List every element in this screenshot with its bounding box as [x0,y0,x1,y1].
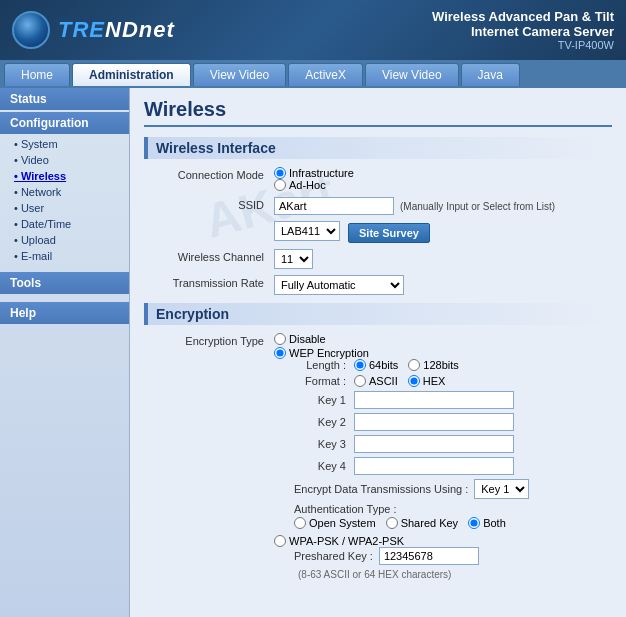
sidebar-item-network[interactable]: • Network [0,184,129,200]
sidebar-item-email[interactable]: • E-mail [0,248,129,264]
radio-disable-label: Disable [289,333,326,345]
radio-open-system-input[interactable] [294,517,306,529]
radio-64bits-input[interactable] [354,359,366,371]
product-info: Wireless Advanced Pan & Tilt Internet Ca… [432,9,614,51]
ssid-label: SSID [144,197,274,211]
tab-java[interactable]: Java [461,63,520,86]
radio-wpa[interactable]: WPA-PSK / WPA2-PSK [274,535,612,547]
radio-adhoc[interactable]: Ad-Hoc [274,179,326,191]
connection-mode-controls: Infrastructure Ad-Hoc [274,167,612,191]
enc-type-controls: Disable WEP Encryption Length : [274,333,612,584]
key4-row: Key 4 [294,457,612,475]
page-title: Wireless [144,98,612,127]
connection-mode-group: Infrastructure [274,167,612,179]
radio-ascii-label: ASCII [369,375,398,387]
radio-wpa-input[interactable] [274,535,286,547]
radio-infrastructure[interactable]: Infrastructure [274,167,354,179]
key1-input[interactable] [354,391,514,409]
form-content: Wireless Wireless Interface Connection M… [144,98,612,584]
channel-label: Wireless Channel [144,249,274,263]
radio-128bits[interactable]: 128bits [408,359,458,371]
psk-row: Preshared Key : [294,547,612,565]
tab-viewvideo1[interactable]: View Video [193,63,287,86]
connection-mode-label: Connection Mode [144,167,274,181]
channel-select[interactable]: 11 1234 5678 9101213 [274,249,313,269]
radio-shared-key[interactable]: Shared Key [386,517,458,529]
radio-wep[interactable]: WEP Encryption [274,347,612,359]
product-subtitle: Internet Camera Server [432,24,614,39]
tab-viewvideo2[interactable]: View Video [365,63,459,86]
logo-area: TRENDnet [12,11,175,49]
sidebar-item-upload[interactable]: • Upload [0,232,129,248]
radio-open-system[interactable]: Open System [294,517,376,529]
tx-rate-select[interactable]: Fully Automatic 1 Mbps2 Mbps5.5 Mbps 11 … [274,275,404,295]
tab-home[interactable]: Home [4,63,70,86]
channel-controls: 11 1234 5678 9101213 [274,249,612,269]
ssid-input[interactable] [274,197,394,215]
sidebar-item-system[interactable]: • System [0,136,129,152]
radio-disable[interactable]: Disable [274,333,612,345]
sidebar-status[interactable]: Status [0,88,129,110]
auth-type-row: Authentication Type : Open System [294,503,612,529]
enc-data-row: Encrypt Data Transmissions Using : Key 1… [294,479,612,499]
length-group: 64bits 128bits [354,359,459,371]
auth-type-label: Authentication Type : [294,503,612,515]
psk-input[interactable] [379,547,479,565]
radio-disable-input[interactable] [274,333,286,345]
format-label: Format : [294,375,354,387]
sidebar-tools[interactable]: Tools [0,272,129,294]
sidebar-config: Configuration [0,112,129,134]
length-row: Length : 64bits 128bits [294,359,612,371]
site-survey-button[interactable]: Site Survey [348,223,430,243]
radio-wep-input[interactable] [274,347,286,359]
key2-input[interactable] [354,413,514,431]
radio-shared-key-input[interactable] [386,517,398,529]
key4-input[interactable] [354,457,514,475]
sidebar-item-video[interactable]: • Video [0,152,129,168]
sidebar-item-user[interactable]: • User [0,200,129,216]
enc-type-row: Encryption Type Disable WEP Encryption [144,333,612,584]
ssid-dropdown[interactable]: LAB411 [274,221,340,241]
radio-infrastructure-label: Infrastructure [289,167,354,179]
radio-hex[interactable]: HEX [408,375,446,387]
tab-activex[interactable]: ActiveX [288,63,363,86]
main-layout: Status Configuration • System • Video • … [0,88,626,617]
radio-64bits-label: 64bits [369,359,398,371]
connection-mode-row: Connection Mode Infrastructure Ad-Hoc [144,167,612,191]
radio-both[interactable]: Both [468,517,506,529]
header: TRENDnet Wireless Advanced Pan & Tilt In… [0,0,626,60]
key1-label: Key 1 [294,394,354,406]
enc-data-select[interactable]: Key 1Key 2Key 3Key 4 [474,479,529,499]
logo-text: TRENDnet [58,17,175,43]
radio-shared-key-label: Shared Key [401,517,458,529]
ssid-row: SSID (Manually Input or Select from List… [144,197,612,243]
key4-label: Key 4 [294,460,354,472]
radio-infrastructure-input[interactable] [274,167,286,179]
product-model: TV-IP400W [432,39,614,51]
sidebar-item-wireless[interactable]: • Wireless [0,168,129,184]
key3-label: Key 3 [294,438,354,450]
radio-hex-input[interactable] [408,375,420,387]
key3-row: Key 3 [294,435,612,453]
content-area: AKart Wireless Wireless Interface Connec… [130,88,626,617]
sidebar-help[interactable]: Help [0,302,129,324]
tx-rate-label: Transmission Rate [144,275,274,289]
radio-128bits-input[interactable] [408,359,420,371]
radio-both-label: Both [483,517,506,529]
key1-row: Key 1 [294,391,612,409]
radio-ascii-input[interactable] [354,375,366,387]
radio-wep-label: WEP Encryption [289,347,369,359]
connection-mode-group2: Ad-Hoc [274,179,612,191]
nav-tabs: Home Administration View Video ActiveX V… [0,60,626,88]
radio-both-input[interactable] [468,517,480,529]
enc-data-label: Encrypt Data Transmissions Using : [294,483,468,495]
radio-64bits[interactable]: 64bits [354,359,398,371]
tab-administration[interactable]: Administration [72,63,191,86]
encryption-title: Encryption [144,303,612,325]
radio-ascii[interactable]: ASCII [354,375,398,387]
product-title: Wireless Advanced Pan & Tilt [432,9,614,24]
encryption-section: Encryption Encryption Type Disable WEP E… [144,303,612,584]
sidebar-item-datetime[interactable]: • Date/Time [0,216,129,232]
radio-adhoc-input[interactable] [274,179,286,191]
key3-input[interactable] [354,435,514,453]
